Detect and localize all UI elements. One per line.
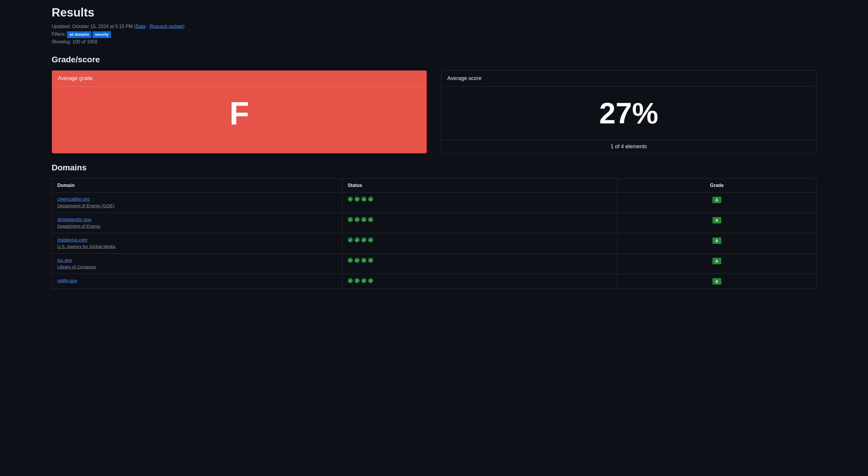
- check-icon: [368, 258, 373, 263]
- agency-link[interactable]: U.S. Agency for Global Media: [57, 244, 116, 249]
- updated-value: October 15, 2024 at 5:15 PM: [72, 24, 132, 29]
- domain-link[interactable]: loc.gov: [57, 258, 72, 263]
- check-icon: [361, 237, 366, 242]
- filter-tag[interactable]: security: [92, 31, 111, 38]
- check-icon: [361, 278, 366, 283]
- updated-line: Updated: October 15, 2024 at 5:15 PM (Da…: [52, 23, 816, 30]
- table-row: notify.govA: [52, 274, 816, 289]
- table-row: chemcatbio.orgDepartment of Energy (DOE)…: [52, 192, 816, 213]
- showing-value: 100 of 1958: [72, 39, 97, 44]
- updated-label: Updated:: [52, 24, 71, 29]
- grade-cell: A: [617, 274, 816, 289]
- check-icon: [361, 197, 366, 202]
- check-icon: [348, 258, 353, 263]
- grade-badge: A: [712, 237, 721, 244]
- grade-cell: A: [617, 213, 816, 233]
- status-cell: [342, 233, 617, 254]
- filter-tag[interactable]: all domains: [67, 31, 91, 38]
- check-icon: [368, 278, 373, 283]
- check-icon: [354, 217, 360, 222]
- check-icon: [361, 217, 366, 222]
- domain-cell: notify.gov: [52, 274, 342, 289]
- grade-badge: A: [712, 278, 721, 285]
- data-link[interactable]: Data: [136, 24, 146, 29]
- domain-cell: driveelectric.govDepartment of Energy: [52, 213, 342, 233]
- check-icon: [354, 278, 360, 283]
- check-icon: [368, 237, 373, 242]
- table-header-row: Domain Status Grade: [52, 179, 816, 192]
- check-icon: [354, 197, 360, 202]
- check-icon: [348, 278, 353, 283]
- domain-link[interactable]: chemcatbio.org: [57, 197, 89, 202]
- avg-grade-value: F: [229, 94, 249, 132]
- grade-badge: A: [712, 197, 721, 203]
- agency-link[interactable]: Library of Congress: [57, 264, 96, 269]
- check-icon: [361, 258, 366, 263]
- check-icon: [354, 237, 360, 242]
- domain-link[interactable]: notify.gov: [57, 278, 77, 283]
- avg-score-value: 27%: [599, 96, 658, 130]
- domain-link[interactable]: insidevoa.com: [57, 237, 87, 242]
- check-icon: [348, 237, 353, 242]
- status-cell: [342, 213, 617, 233]
- grade-cell: A: [617, 254, 816, 274]
- grade-score-heading: Grade/score: [52, 55, 816, 64]
- grade-badge: A: [712, 217, 721, 224]
- grade-cell: A: [617, 192, 816, 213]
- status-cell: [342, 274, 617, 289]
- domains-table: Domain Status Grade chemcatbio.orgDepart…: [52, 178, 816, 289]
- domain-cell: chemcatbio.orgDepartment of Energy (DOE): [52, 192, 342, 213]
- check-icon: [354, 258, 360, 263]
- table-row: insidevoa.comU.S. Agency for Global Medi…: [52, 233, 816, 254]
- showing-label: Showing:: [52, 39, 71, 44]
- domain-cell: loc.govLibrary of Congress: [52, 254, 342, 274]
- score-cards: Average grade F Average score 27% 1 of 4…: [52, 70, 816, 153]
- col-grade: Grade: [617, 179, 816, 192]
- check-icon: [348, 217, 353, 222]
- status-cell: [342, 254, 617, 274]
- showing-line: Showing: 100 of 1958: [52, 38, 816, 46]
- col-status: Status: [342, 179, 617, 192]
- avg-grade-label: Average grade: [52, 70, 427, 87]
- dot-separator: ·: [146, 24, 149, 29]
- col-domain: Domain: [52, 179, 342, 192]
- domain-cell: insidevoa.comU.S. Agency for Global Medi…: [52, 233, 342, 254]
- page-title: Results: [52, 6, 816, 19]
- check-icon: [368, 197, 373, 202]
- table-row: driveelectric.govDepartment of EnergyA: [52, 213, 816, 233]
- status-cell: [342, 192, 617, 213]
- check-icon: [348, 197, 353, 202]
- filters-label: Filters:: [52, 32, 66, 37]
- request-update-link[interactable]: Request update: [150, 24, 183, 29]
- agency-link[interactable]: Department of Energy (DOE): [57, 203, 114, 208]
- filters-line: Filters: all domainssecurity: [52, 30, 816, 38]
- domains-heading: Domains: [52, 163, 816, 173]
- agency-link[interactable]: Department of Energy: [57, 224, 101, 229]
- domain-link[interactable]: driveelectric.gov: [57, 217, 92, 222]
- check-icon: [368, 217, 373, 222]
- avg-grade-card: Average grade F: [52, 70, 427, 153]
- avg-score-label: Average score: [441, 70, 816, 87]
- table-row: loc.govLibrary of CongressA: [52, 254, 816, 274]
- avg-score-footer: 1 of 4 elements: [441, 140, 816, 153]
- paren-close: ): [183, 24, 185, 29]
- grade-badge: A: [712, 258, 721, 264]
- avg-score-card: Average score 27% 1 of 4 elements: [441, 70, 816, 153]
- grade-cell: A: [617, 233, 816, 254]
